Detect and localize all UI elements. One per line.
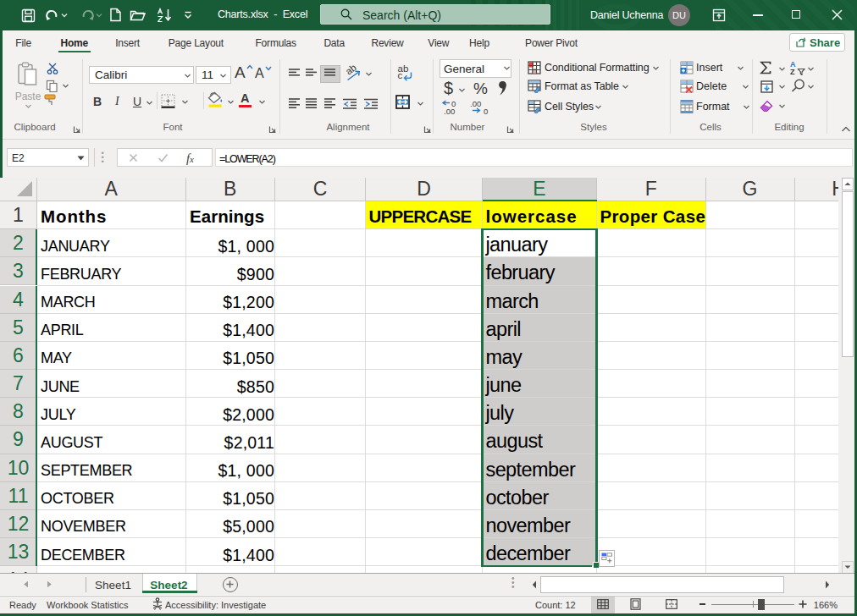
svg-text:.00: .00 — [470, 99, 481, 108]
svg-text:Z: Z — [790, 68, 795, 75]
svg-text:.00: .00 — [444, 107, 455, 115]
svg-text:0: 0 — [484, 107, 488, 115]
